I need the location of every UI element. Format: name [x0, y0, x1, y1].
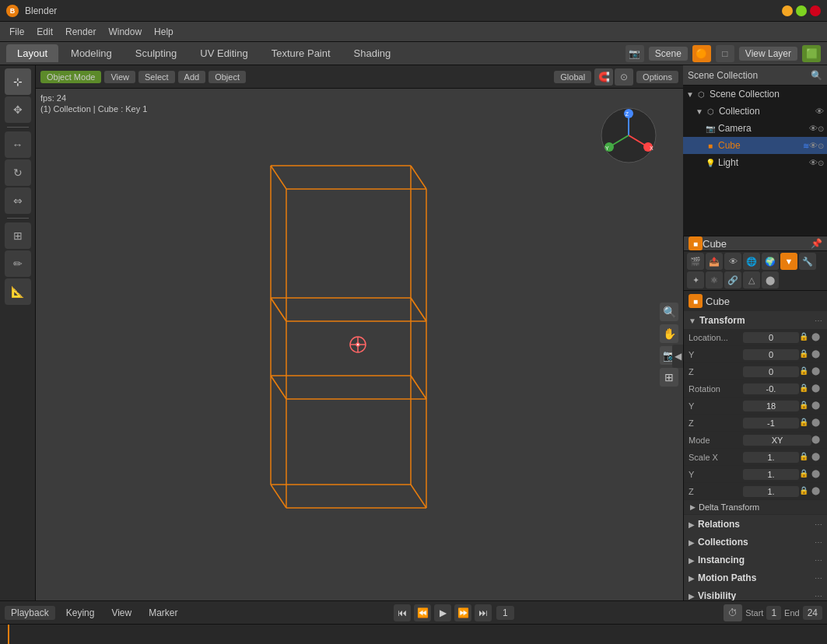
tab-texture-paint[interactable]: Texture Paint — [261, 44, 342, 62]
scale-tool[interactable]: ⇔ — [5, 187, 31, 214]
cursor-tool[interactable]: ⊹ — [5, 68, 31, 95]
loc-y-lock[interactable]: 🔒 — [799, 349, 810, 360]
clock-icon[interactable]: ⏱ — [724, 604, 742, 621]
rot-lock[interactable]: 🔒 — [799, 383, 810, 394]
keying-tab[interactable]: Keying — [60, 606, 101, 620]
rotation-y-value[interactable]: 18 — [743, 401, 799, 411]
viewport-canvas[interactable]: fps: 24 (1) Collection | Cube : Key 1 — [36, 89, 683, 600]
jump-start-btn[interactable]: ⏮ — [394, 604, 411, 621]
tab-sculpting[interactable]: Sculpting — [124, 44, 187, 62]
menu-file[interactable]: File — [3, 24, 30, 40]
step-back-btn[interactable]: ⏪ — [414, 604, 431, 621]
prop-icon-data[interactable]: △ — [743, 271, 760, 289]
scale-lock[interactable]: 🔒 — [799, 452, 810, 463]
tab-uv-editing[interactable]: UV Editing — [189, 44, 258, 62]
menu-help[interactable]: Help — [148, 24, 180, 40]
timeline-ruler[interactable]: 1 50 100 150 200 250 — [0, 625, 827, 644]
rot-dot[interactable]: ⬤ — [811, 383, 822, 394]
light-visibility[interactable]: 👁 — [809, 158, 818, 167]
transform-global-btn[interactable]: Global — [554, 71, 591, 83]
camera-restrict[interactable]: ⊙ — [818, 124, 824, 133]
select-btn[interactable]: Select — [138, 71, 175, 83]
rot-y-dot[interactable]: ⬤ — [811, 401, 822, 411]
outliner-scene-collection[interactable]: ▼ ⬡ Scene Collection — [683, 86, 827, 103]
delta-transform-subsection[interactable]: ▶ Delta Transform — [684, 500, 827, 515]
prop-icon-world[interactable]: 🌍 — [762, 253, 779, 270]
layer-green-btn[interactable]: 🟩 — [802, 45, 821, 62]
collections-header[interactable]: ▶ Collections ⋯ — [684, 534, 827, 551]
outliner-search-icon[interactable]: 🔍 — [811, 70, 822, 81]
move-tool[interactable]: ✥ — [5, 96, 31, 123]
close-button[interactable] — [810, 5, 821, 16]
loc-lock-icon[interactable]: 🔒 — [799, 332, 810, 343]
rotation-mode-value[interactable]: XY — [743, 435, 811, 446]
location-x-value[interactable]: 0 — [743, 332, 799, 343]
motion-paths-header[interactable]: ▶ Motion Paths ⋯ — [684, 569, 827, 586]
menu-window[interactable]: Window — [102, 24, 148, 40]
cube-restrict[interactable]: ⊙ — [818, 142, 824, 150]
outliner-cube[interactable]: ■ Cube ≋ 👁 ⊙ — [683, 137, 827, 154]
tab-layout[interactable]: Layout — [6, 44, 58, 62]
marker-tab[interactable]: Marker — [142, 606, 184, 620]
scale-z-dot[interactable]: ⬤ — [811, 486, 822, 497]
loc-z-dot[interactable]: ⬤ — [811, 366, 822, 377]
rot-z-dot[interactable]: ⬤ — [811, 418, 822, 429]
cube-visibility[interactable]: 👁 — [809, 141, 818, 150]
current-frame[interactable]: 1 — [496, 606, 514, 620]
outliner-collection[interactable]: ▼ ⬡ Collection 👁 — [683, 103, 827, 120]
end-frame[interactable]: 24 — [803, 606, 822, 620]
rotate-tool[interactable]: ↻ — [5, 159, 31, 186]
scale-y-dot[interactable]: ⬤ — [811, 469, 822, 480]
rot-z-lock[interactable]: 🔒 — [799, 418, 810, 429]
instancing-header[interactable]: ▶ Instancing ⋯ — [684, 551, 827, 569]
prop-icon-view[interactable]: 👁 — [724, 253, 741, 270]
prop-icon-render[interactable]: 🎬 — [687, 253, 704, 270]
minimize-button[interactable] — [782, 5, 793, 16]
maximize-button[interactable] — [796, 5, 807, 16]
view-tab[interactable]: View — [105, 606, 138, 620]
quad-view-btn[interactable]: ⊞ — [660, 368, 678, 387]
tab-shading[interactable]: Shading — [343, 44, 402, 62]
scale-y-value[interactable]: 1. — [743, 469, 799, 480]
scale-dot[interactable]: ⬤ — [811, 452, 822, 463]
properties-pin[interactable]: 📌 — [811, 238, 822, 249]
view-layer-label[interactable]: View Layer — [739, 47, 797, 61]
location-y-value[interactable]: 0 — [743, 349, 799, 360]
scale-z-value[interactable]: 1. — [743, 486, 799, 497]
prop-icon-object[interactable]: ▼ — [780, 253, 797, 270]
visibility-header[interactable]: ▶ Visibility ⋯ — [684, 587, 827, 600]
scale-x-value[interactable]: 1. — [743, 452, 799, 463]
navigation-gizmo[interactable]: Z X Y — [597, 104, 660, 169]
prop-icon-output[interactable]: 📤 — [706, 253, 723, 270]
prop-icon-modifier[interactable]: 🔧 — [799, 253, 816, 270]
viewport[interactable]: Object Mode View Select Add Object Globa… — [36, 65, 683, 600]
annotate-tool[interactable]: ✏ — [5, 250, 31, 277]
loc-dot-icon[interactable]: ⬤ — [811, 332, 822, 343]
camera-visibility[interactable]: 👁 — [809, 124, 818, 133]
location-z-value[interactable]: 0 — [743, 366, 799, 377]
object-btn[interactable]: Object — [209, 71, 246, 83]
transform-tool[interactable]: ↔ — [5, 131, 31, 158]
hand-tool-btn[interactable]: ✋ — [660, 324, 678, 343]
tab-modeling[interactable]: Modeling — [60, 44, 123, 62]
outliner-camera[interactable]: 📷 Camera 👁 ⊙ — [683, 120, 827, 137]
scene-orange-btn[interactable]: 🟠 — [692, 45, 711, 62]
rot-y-lock[interactable]: 🔒 — [799, 401, 810, 411]
rotation-x-value[interactable]: -0. — [743, 383, 799, 394]
snap-icon[interactable]: 🧲 — [594, 68, 613, 86]
menu-render[interactable]: Render — [59, 24, 102, 40]
prop-icon-scene[interactable]: 🌐 — [743, 253, 760, 270]
zoom-in-btn[interactable]: 🔍 — [660, 303, 678, 321]
rotation-z-value[interactable]: -1 — [743, 418, 799, 429]
scale-z-lock[interactable]: 🔒 — [799, 486, 810, 497]
mode-dot[interactable]: ⬤ — [811, 435, 822, 446]
scale-y-lock[interactable]: 🔒 — [799, 469, 810, 480]
collection-visibility[interactable]: 👁 — [815, 107, 824, 116]
menu-edit[interactable]: Edit — [30, 24, 59, 40]
playback-tab[interactable]: Playback — [5, 606, 55, 620]
camera-icon-btn[interactable]: 📷 — [626, 45, 644, 62]
prop-icon-constraints[interactable]: 🔗 — [724, 271, 741, 289]
prop-icon-material[interactable]: ⬤ — [762, 271, 779, 289]
transform2-tool[interactable]: ⊞ — [5, 222, 31, 249]
proportional-icon[interactable]: ⊙ — [615, 68, 633, 86]
